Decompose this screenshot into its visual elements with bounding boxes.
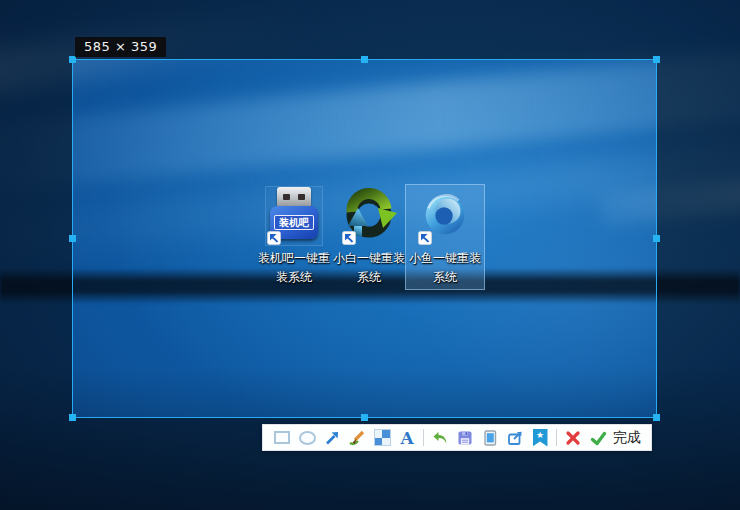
save-icon (456, 429, 474, 447)
selection-handle-n[interactable] (361, 56, 368, 63)
confirm-button[interactable]: 完成 (589, 424, 641, 451)
rectangle-icon (274, 431, 290, 444)
cancel-x-icon (564, 429, 582, 447)
ellipse-icon (299, 431, 316, 445)
selection-handle-ne[interactable] (653, 56, 660, 63)
ellipse-tool-button[interactable] (298, 429, 316, 447)
text-tool-button[interactable]: A (398, 429, 416, 447)
star-glyph: ★ (536, 429, 544, 447)
capture-toolbar: A (262, 424, 652, 451)
device-icon (481, 429, 499, 447)
screenshot-capture-screen: 装机吧 装机吧一键重 装系统 (0, 0, 740, 510)
mosaic-icon (375, 430, 390, 445)
mosaic-tool-button[interactable] (373, 429, 391, 447)
selection-handle-s[interactable] (361, 414, 368, 421)
save-button[interactable] (456, 429, 474, 447)
share-button[interactable] (506, 429, 524, 447)
text-tool-icon: A (400, 429, 413, 447)
selection-dimensions-label: 585 × 359 (75, 37, 166, 57)
toolbar-separator (556, 429, 557, 446)
pin-button[interactable]: ★ (531, 429, 549, 447)
undo-icon (431, 429, 449, 447)
rectangle-tool-button[interactable] (273, 429, 291, 447)
confirm-label: 完成 (613, 424, 641, 451)
selection-handle-se[interactable] (653, 414, 660, 421)
share-icon (506, 429, 524, 447)
checkmark-icon (589, 429, 608, 447)
selection-handle-w[interactable] (69, 235, 76, 242)
cancel-button[interactable] (564, 429, 582, 447)
pin-star-icon: ★ (533, 429, 548, 447)
brush-tool-button[interactable] (348, 429, 366, 447)
toolbar-separator (423, 429, 424, 446)
selection-handle-sw[interactable] (69, 414, 76, 421)
arrow-icon (323, 429, 341, 447)
undo-button[interactable] (431, 429, 449, 447)
brush-icon (348, 429, 366, 447)
selection-handle-e[interactable] (653, 235, 660, 242)
send-to-device-button[interactable] (481, 429, 499, 447)
capture-selection-region[interactable] (72, 59, 657, 418)
selection-handle-nw[interactable] (69, 56, 76, 63)
arrow-tool-button[interactable] (323, 429, 341, 447)
